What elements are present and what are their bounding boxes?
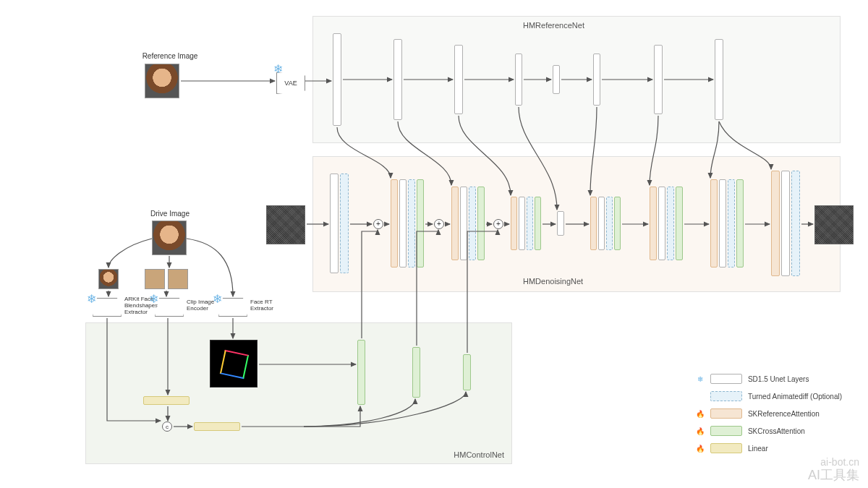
denoise-s8-ref (710, 179, 718, 267)
denoise-s8-anim (728, 179, 735, 267)
rt-visualization (210, 340, 258, 388)
legend-swatch-ref (710, 408, 742, 419)
watermark-line2: AI工具集 (808, 468, 859, 484)
denoise-s1-anim (340, 174, 349, 273)
label-hmcontrolnet: HMControlNet (454, 450, 504, 459)
legend-row-anim: Turned Animatediff (Optional) (693, 390, 842, 403)
legend-text-sd: SD1.5 Unet Layers (748, 375, 809, 383)
denoise-s3-cross (477, 187, 485, 260)
label-drive-image: Drive Image (141, 210, 199, 218)
denoise-s2-cross (417, 179, 424, 267)
legend-text-linear: Linear (748, 445, 768, 453)
legend-row-sd: ❄ SD1.5 Unet Layers (693, 372, 842, 385)
label-reference-image: Reference Image (134, 52, 206, 60)
denoise-s3-anim (469, 187, 476, 260)
denoise-s7-anim (667, 187, 674, 260)
linear-1 (143, 396, 190, 405)
denoise-s8-cross (736, 179, 744, 267)
denoise-s2-sd (399, 179, 407, 267)
denoise-s3-ref (451, 187, 459, 260)
panel-hmcontrolnet: HMControlNet (85, 322, 512, 464)
snowflake-icon: ❄ (87, 292, 96, 306)
concat-node: c (162, 421, 172, 432)
denoise-s6-anim (606, 197, 613, 250)
add-node-s2: + (373, 219, 383, 229)
refnet-layer-8 (715, 39, 723, 120)
denoise-out-anim (791, 171, 800, 276)
denoise-s6-sd (598, 197, 605, 250)
legend-text-ref: SKReferenceAttention (748, 410, 820, 418)
refnet-layer-2 (393, 39, 402, 120)
add-node-s4: + (493, 219, 503, 229)
facert-extractor (218, 298, 247, 317)
denoise-s7-cross (676, 187, 683, 260)
legend-swatch-cross (710, 426, 742, 436)
denoise-s6-cross (614, 197, 621, 250)
denoise-s4-sd (519, 197, 525, 250)
panel-hmreferencenet: HMReferenceNet (312, 16, 841, 143)
refnet-layer-1 (333, 33, 341, 126)
noise-input (266, 205, 305, 244)
legend-swatch-linear (710, 443, 742, 453)
reference-image (145, 64, 179, 98)
refnet-layer-6 (593, 53, 600, 106)
drive-eye-crop-1 (145, 269, 165, 289)
denoise-s6-ref (590, 197, 597, 250)
legend-swatch-anim (710, 391, 742, 401)
refnet-layer-7 (654, 45, 663, 114)
refnet-layer-4 (515, 53, 522, 106)
noise-output (814, 205, 854, 244)
drive-eye-crop-2 (168, 269, 188, 289)
legend-swatch-sd (710, 374, 742, 384)
label-hmreferencenet: HMReferenceNet (523, 21, 584, 30)
drive-image (152, 221, 187, 255)
label-hmdenoisingnet: HMDenoisingNet (523, 277, 583, 286)
clip-encoder (155, 298, 184, 317)
denoise-s2-ref (391, 179, 398, 267)
vae-label: VAE (284, 80, 297, 87)
linear-2 (194, 422, 240, 431)
snowflake-icon: ❄ (213, 292, 222, 306)
denoise-s2-anim (408, 179, 415, 267)
flame-icon: 🔥 (693, 410, 707, 418)
watermark: ai-bot.cn AI工具集 (808, 456, 859, 484)
legend-row-cross: 🔥 SKCrossAttention (693, 424, 842, 437)
control-out-3 (463, 354, 471, 390)
refnet-layer-5 (553, 65, 560, 94)
drive-face-crop (98, 269, 119, 289)
flame-icon: 🔥 (693, 427, 707, 435)
control-out-1 (357, 340, 365, 405)
flame-icon: 🔥 (693, 445, 707, 453)
watermark-line1: ai-bot.cn (808, 456, 859, 468)
legend-text-anim: Turned Animatediff (Optional) (748, 393, 842, 401)
snowflake-icon: ❄ (693, 375, 707, 383)
denoise-out-sd (781, 171, 790, 276)
denoise-s8-sd (719, 179, 726, 267)
legend-row-linear: 🔥 Linear (693, 442, 842, 455)
refnet-layer-3 (454, 45, 463, 114)
denoise-s4-anim (527, 197, 533, 250)
arkit-extractor (93, 298, 122, 317)
denoise-s3-sd (460, 187, 467, 260)
denoise-s5-sd (557, 211, 564, 236)
snowflake-icon: ❄ (273, 62, 283, 76)
snowflake-icon: ❄ (149, 292, 158, 306)
denoise-s4-cross (535, 197, 541, 250)
label-facert: Face RT Extractor (250, 299, 291, 312)
denoise-s7-ref (650, 187, 657, 260)
denoise-out-ref (771, 171, 780, 276)
denoise-s7-sd (658, 187, 665, 260)
denoise-s1-sd (330, 174, 339, 273)
control-out-2 (412, 347, 420, 398)
legend: ❄ SD1.5 Unet Layers Turned Animatediff (… (693, 368, 842, 459)
add-node-s3: + (434, 219, 444, 229)
legend-text-cross: SKCrossAttention (748, 427, 805, 435)
legend-row-ref: 🔥 SKReferenceAttention (693, 407, 842, 420)
denoise-s4-ref (511, 197, 517, 250)
